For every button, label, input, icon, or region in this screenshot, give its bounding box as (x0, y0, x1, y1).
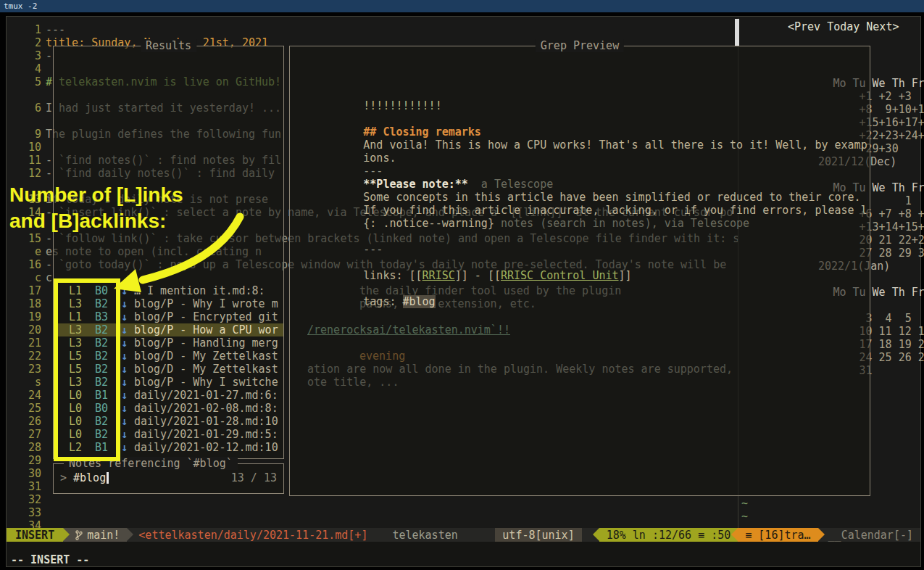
result-filename: … I mention it.md:8: (134, 284, 265, 297)
annotation-line-1: Number of [L]inks (9, 182, 183, 208)
buffer-line: c (46, 271, 52, 284)
down-arrow-icon: ↓ (121, 415, 130, 428)
line-number: 25 (17, 402, 41, 415)
line-number: 20 (17, 323, 41, 336)
text-cursor (107, 472, 109, 484)
line-number: 4 (17, 62, 41, 75)
filename-segment: <ettelkasten/daily/2021-11-21.md[+] (127, 528, 375, 542)
preview-text-segment: tags: (363, 295, 402, 308)
down-arrow-icon: ↓ (121, 441, 130, 454)
buffer-line: - (46, 49, 52, 62)
down-arrow-icon: ↓ (121, 323, 130, 336)
line-number: 29 (17, 454, 41, 467)
annotation-line-2: and [B]acklinks: (9, 208, 183, 234)
line-number (17, 115, 41, 128)
line-number: 21 (17, 336, 41, 350)
calendar-prev-button[interactable]: <Prev (788, 20, 820, 33)
line-number: 16 (17, 258, 41, 271)
statusline: INSERT main! <ettelkasten/daily/2021-11-… (7, 528, 920, 542)
command-line: -- INSERT -- (7, 542, 920, 566)
result-count: 13 / 13 (231, 471, 277, 484)
result-filename: daily/2021-02-08.md:8: (134, 402, 278, 415)
line-number: 5 (17, 75, 41, 88)
tmux-title: tmux -2 (4, 0, 37, 13)
search-prompt-window: Notes referencing `#blog` > #blog 13 / 1… (53, 463, 284, 494)
scrollbar-thumb[interactable] (735, 19, 739, 46)
preview-text-segment: {: .notice--warning} (363, 217, 494, 230)
line-number: 12 (17, 167, 41, 180)
line-number: 11 (17, 154, 41, 167)
preview-text-segment: And voila! This is how a CPU works! That… (363, 139, 867, 152)
calendar-today-button[interactable]: Today (827, 20, 860, 33)
tilde-marker: ~ (741, 510, 748, 523)
position-segment: 18% ln :12/66 ≡ :50 (599, 528, 738, 542)
calendar-buffer-segment: __Calendar[-] (818, 528, 920, 542)
line-number: 24 (17, 389, 41, 402)
down-arrow-icon: ↓ (121, 389, 130, 402)
line-number: 6 (17, 102, 41, 115)
preview-text-segment: notes (search in notes), via Telescope (494, 217, 749, 230)
line-number: 32 (17, 493, 41, 506)
line-number: 27 (17, 428, 41, 441)
vim-editor: 1234569101112131415e16c17181920212223s24… (6, 16, 921, 567)
result-filename: daily/2021-02-12.md:10 (134, 441, 278, 454)
down-arrow-icon: ↓ (121, 428, 130, 441)
line-number: 18 (17, 297, 41, 310)
down-arrow-icon: ↓ (121, 363, 130, 376)
preview-content: !!!!!!!!!!!! ## Closing remarks And voil… (298, 47, 867, 494)
git-branch-segment: main! (63, 528, 127, 542)
results-window-title: Results (141, 39, 196, 52)
down-arrow-icon: ↓ (121, 297, 130, 310)
result-filename: daily/2021-01-27.md:6: (134, 389, 278, 402)
line-number: 31 (17, 480, 41, 493)
line-number: 3 (17, 49, 41, 62)
result-filename: daily/2021-01-28.md:10 (134, 415, 278, 428)
whitespace-warning-segment: ≡ [16]tra… (738, 528, 817, 542)
result-filename: daily/2021-01-29.md:5: (134, 428, 278, 441)
result-filename: blog/P - Why I switche (134, 376, 278, 389)
line-number: 1 (17, 23, 41, 36)
grep-preview-window: Grep Preview !!!!!!!!!!!! ## Closing rem… (289, 46, 870, 496)
line-number: e (17, 245, 41, 258)
preview-line: tags: #blog (298, 269, 436, 308)
filetype-segment: telekasten (385, 528, 465, 542)
down-arrow-icon: ↓ (121, 336, 130, 350)
prompt-prefix: > (60, 471, 67, 484)
result-filename: blog/P - Encrypted git (134, 310, 278, 323)
line-number: 2 (17, 36, 41, 49)
mode-message: -- INSERT -- (11, 553, 89, 566)
annotation-highlight-box (54, 278, 120, 461)
result-filename: blog/P - Handling merg (134, 336, 278, 350)
annotation-text: Number of [L]inks and [B]acklinks: (9, 182, 183, 234)
line-number: 17 (17, 284, 41, 297)
line-number: s (17, 376, 41, 389)
preview-text-segment: RRISC Control Unit (501, 269, 619, 282)
line-number: 26 (17, 415, 41, 428)
result-filename: blog/D - My Zettelkast (134, 363, 278, 376)
tilde-marker: ~ (741, 497, 748, 510)
line-number: 23 (17, 363, 41, 376)
line-number: 19 (17, 310, 41, 323)
prompt-row: > #blog 13 / 13 (60, 471, 277, 484)
line-number: 10 (17, 141, 41, 154)
down-arrow-icon: ↓ (121, 310, 130, 323)
search-input[interactable]: #blog (73, 471, 106, 484)
result-filename: blog/D - My Zettelkast (134, 350, 278, 363)
line-number: 28 (17, 441, 41, 454)
down-arrow-icon: ↓ (121, 376, 130, 389)
terminal-screen: tmux -2 1234569101112131415e16c171819202… (0, 0, 924, 570)
git-branch-name: main! (87, 529, 120, 542)
line-number-gutter: 1234569101112131415e16c17181920212223s24… (17, 23, 41, 540)
calendar-nav: <Prev Today Next> (788, 20, 899, 33)
tmux-title-bar: tmux -2 (0, 0, 924, 12)
down-arrow-icon: ↓ (121, 350, 130, 363)
line-number: 22 (17, 350, 41, 363)
statusline-spacer (465, 528, 496, 542)
preview-text-segment: ]] - [[ (455, 269, 501, 282)
preview-text-segment: ]] (619, 269, 632, 282)
encoding-segment: utf-8[unix] (495, 528, 581, 542)
calendar-next-button[interactable]: Next> (866, 20, 899, 33)
down-arrow-icon: ↓ (121, 284, 130, 297)
mode-indicator: INSERT (7, 528, 63, 542)
result-filename: blog/P - Why I wrote m (134, 297, 278, 310)
